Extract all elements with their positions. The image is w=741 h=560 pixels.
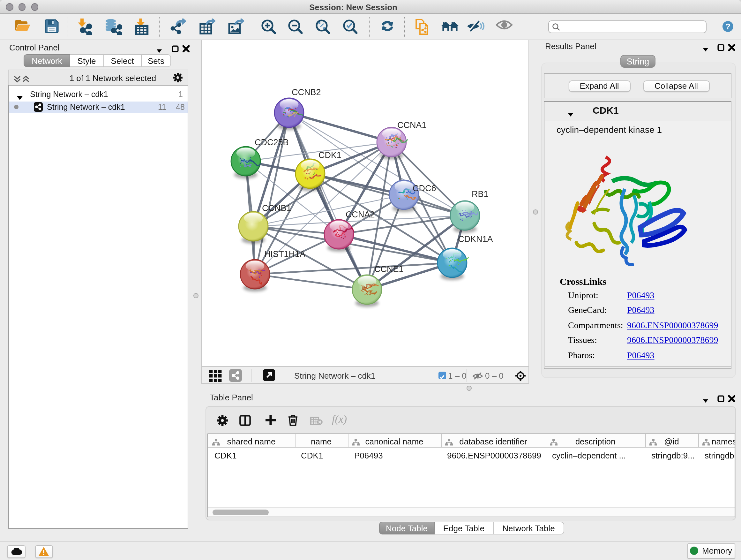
svg-text:CDKN1A: CDKN1A: [458, 234, 493, 244]
svg-text:HIST1H1A: HIST1H1A: [264, 249, 305, 259]
svg-text:CDC25B: CDC25B: [254, 137, 288, 147]
svg-text:CDK1: CDK1: [318, 150, 341, 160]
svg-text:CCNA1: CCNA1: [397, 120, 426, 130]
svg-text:CCNE1: CCNE1: [374, 264, 403, 273]
svg-text:CCNB2: CCNB2: [291, 87, 321, 97]
svg-text:CCNB1: CCNB1: [262, 203, 291, 212]
svg-text:RB1: RB1: [471, 189, 488, 199]
svg-text:CDC6: CDC6: [412, 183, 436, 193]
svg-text:CCNA2: CCNA2: [345, 209, 375, 219]
